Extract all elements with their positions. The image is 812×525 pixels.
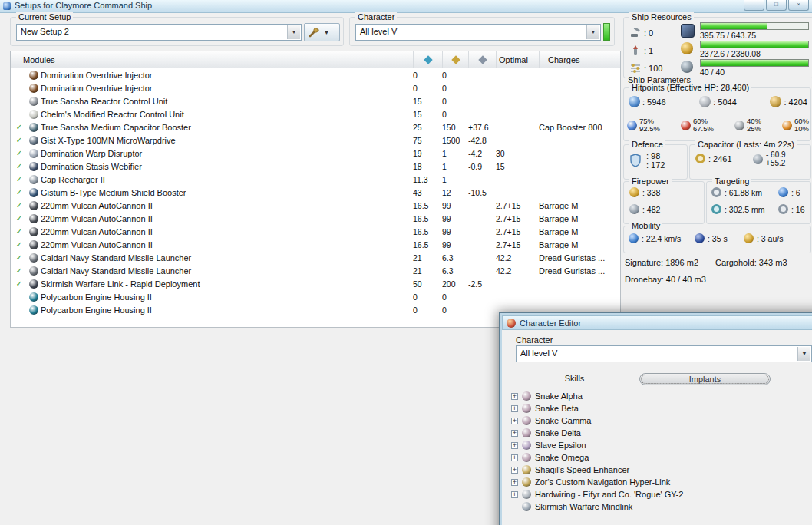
module-row[interactable]: True Sansha Reactor Control Unit150: [11, 94, 620, 107]
module-optimal-value: 2.7+15: [496, 201, 539, 210]
module-cpu-value: 18: [413, 162, 442, 171]
implant-tree-item[interactable]: +Skirmish Warfare Mindlink: [502, 500, 812, 513]
module-type-icon: [28, 201, 41, 210]
powergrid-column-icon[interactable]: [442, 51, 468, 68]
module-powergrid-value: 0: [442, 110, 468, 119]
cpu-resource: 395.75 / 643.75: [681, 22, 809, 41]
module-row[interactable]: ✓220mm Vulcan AutoCannon II16.5992.7+15B…: [11, 212, 620, 225]
module-cpu-value: 16.5: [413, 214, 442, 223]
module-capacitor-value: -10.5: [468, 188, 496, 197]
implants-tree: +Snake Alpha+Snake Beta+Snake Gamma+Snak…: [502, 390, 812, 525]
module-row[interactable]: ✓Caldari Navy Standard Missile Launcher2…: [11, 251, 620, 264]
module-charge-value: Barrage M: [539, 214, 620, 223]
module-row[interactable]: ✓220mm Vulcan AutoCannon II16.5992.7+15B…: [11, 238, 620, 251]
module-row[interactable]: Chelm's Modified Reactor Control Unit150: [11, 107, 620, 121]
module-cpu-value: 16.5: [413, 227, 442, 236]
module-name: Gist X-Type 100MN MicroWarpdrive: [41, 136, 413, 145]
modules-header-title[interactable]: Modules: [11, 55, 413, 64]
capacitor-group: Capacitor (Lasts: 4m 22s) : 2461 - 60.9 …: [689, 144, 811, 180]
ship-parameters-panel: Ship Parameters Hitpoints (Effective HP:…: [623, 74, 812, 296]
hull-hp: : 4204: [770, 96, 807, 107]
optimal-column-header[interactable]: Optimal: [496, 51, 539, 68]
minimize-button[interactable]: –: [744, 0, 764, 11]
expand-plus-icon[interactable]: +: [511, 393, 518, 400]
module-capacitor-value: -0.9: [468, 162, 496, 171]
module-row[interactable]: ✓Domination Stasis Webifier181-0.915: [11, 160, 620, 173]
expand-plus-icon[interactable]: +: [511, 430, 518, 437]
expand-plus-icon[interactable]: +: [511, 442, 518, 449]
capacitor-title: Capacitor (Lasts: 4m 22s): [695, 140, 797, 149]
module-row[interactable]: Domination Overdrive Injector00: [11, 81, 620, 94]
capacitor-icon: [695, 154, 705, 163]
module-powergrid-value: 1500: [442, 136, 468, 145]
charges-column-header[interactable]: Charges: [539, 51, 620, 68]
implant-tree-item[interactable]: +Snake Delta: [502, 427, 812, 439]
module-optimal-value: 2.7+15: [496, 240, 539, 249]
implant-tree-item[interactable]: +Snake Omega: [502, 451, 812, 464]
module-row[interactable]: Polycarbon Engine Housing II00: [11, 290, 620, 303]
implant-tree-item[interactable]: +Snake Beta: [502, 402, 812, 414]
setup-tools-button[interactable]: ▼: [304, 23, 340, 41]
capacitor-recharge-value: +55.2: [766, 159, 786, 167]
module-powergrid-value: 0: [442, 71, 468, 80]
implant-tree-item[interactable]: +Snake Gamma: [502, 414, 812, 427]
module-row[interactable]: ✓Gistum B-Type Medium Shield Booster4312…: [11, 186, 620, 199]
cpu-column-icon[interactable]: [413, 51, 442, 68]
cpu-bar: [700, 22, 809, 30]
module-optimal-value: 30: [496, 149, 539, 158]
module-type-icon: [28, 240, 41, 249]
character-editor-titlebar[interactable]: Character Editor: [502, 315, 812, 330]
implant-name: Snake Omega: [535, 453, 589, 462]
setup-select[interactable]: New Setup 2 ▼: [16, 24, 302, 41]
module-name: Caldari Navy Standard Missile Launcher: [41, 266, 413, 276]
targeting-group: Targeting : 61.88 km : 6 : 302.5 mm : 16: [706, 181, 811, 224]
expand-plus-icon[interactable]: +: [511, 479, 518, 486]
close-button[interactable]: ×: [788, 0, 809, 11]
module-cpu-value: 11.3: [413, 175, 442, 184]
tab-skills[interactable]: Skills: [510, 373, 639, 385]
module-row[interactable]: ✓220mm Vulcan AutoCannon II16.5992.7+15B…: [11, 199, 620, 212]
module-type-icon: [28, 136, 41, 145]
module-row[interactable]: ✓Caldari Navy Standard Missile Launcher2…: [11, 264, 620, 277]
mobility-title: Mobility: [629, 221, 662, 230]
implant-tree-item[interactable]: +Hardwiring - Eifyr and Co. 'Rogue' GY-2: [502, 488, 812, 500]
module-name: Domination Stasis Webifier: [41, 162, 413, 171]
modules-panel: Modules Optimal Charges Domination Overd…: [10, 51, 621, 328]
module-row[interactable]: ✓Cap Recharger II11.31: [11, 173, 620, 186]
chevron-down-icon[interactable]: ▼: [287, 25, 300, 39]
editor-character-select[interactable]: All level V ▼: [516, 345, 812, 362]
module-row[interactable]: ✓True Sansha Medium Capacitor Booster251…: [11, 121, 620, 134]
module-row[interactable]: ✓220mm Vulcan AutoCannon II16.5992.7+15B…: [11, 225, 620, 238]
expand-plus-icon[interactable]: +: [511, 418, 518, 424]
chevron-down-icon[interactable]: ▼: [324, 30, 329, 35]
implant-name: Snake Delta: [535, 428, 581, 438]
module-row[interactable]: ✓Skirmish Warfare Link - Rapid Deploymen…: [11, 277, 620, 290]
module-optimal-value: 15: [496, 162, 539, 171]
ship-resources-title: Ship Resources: [629, 12, 694, 21]
thermal-resist-icon: [681, 121, 691, 130]
module-charge-value: Barrage M: [539, 201, 620, 210]
module-row[interactable]: ✓Domination Warp Disruptor191-4.230: [11, 147, 620, 160]
chevron-down-icon[interactable]: ▼: [586, 25, 599, 39]
implant-tree-item[interactable]: +Snake Alpha: [502, 390, 812, 402]
tab-implants[interactable]: Implants: [639, 373, 771, 385]
implant-tree-item[interactable]: +Zor's Custom Navigation Hyper-Link: [502, 476, 812, 488]
expand-plus-icon[interactable]: +: [511, 491, 518, 498]
module-active-check-icon: ✓: [11, 227, 28, 236]
character-select[interactable]: All level V ▼: [355, 24, 601, 41]
module-row[interactable]: Domination Overdrive Injector00: [11, 68, 620, 81]
maximize-button[interactable]: □: [766, 0, 787, 11]
module-row[interactable]: ✓Gist X-Type 100MN MicroWarpdrive751500-…: [11, 134, 620, 147]
implant-tree-item[interactable]: +Shaqil's Speed Enhancer: [502, 464, 812, 476]
expand-plus-icon[interactable]: +: [511, 454, 518, 461]
expand-plus-icon[interactable]: +: [511, 467, 518, 474]
module-charge-value: Dread Guristas ...: [539, 253, 620, 262]
expand-plus-icon[interactable]: +: [511, 405, 518, 412]
module-cpu-value: 75: [413, 136, 442, 145]
implant-tree-item[interactable]: +Slave Epsilon: [502, 439, 812, 451]
explosive-resist: 60%10%: [782, 117, 809, 133]
character-editor-title: Character Editor: [520, 319, 581, 328]
character-status-indicator: [603, 23, 610, 41]
chevron-down-icon[interactable]: ▼: [797, 347, 810, 361]
capacitor-column-icon[interactable]: [468, 51, 496, 68]
